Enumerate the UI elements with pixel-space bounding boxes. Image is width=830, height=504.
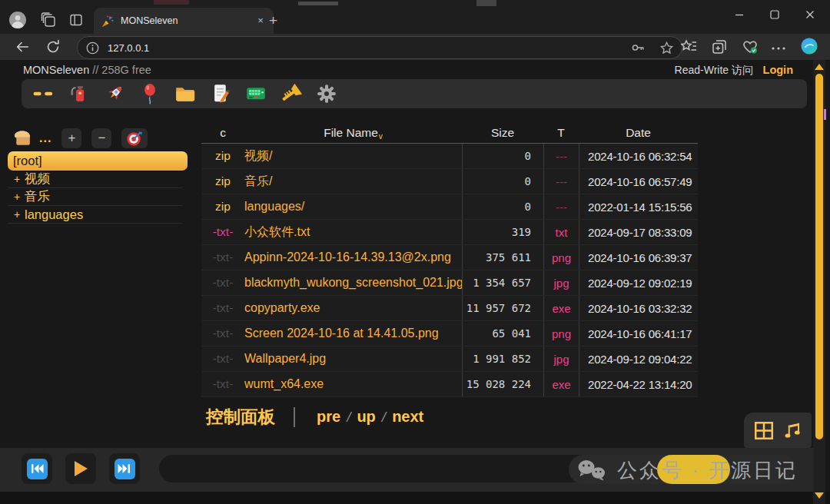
col-c[interactable]: c: [201, 123, 244, 143]
file-date: 2024-10-16 03:32:32: [579, 296, 698, 320]
music-notes-icon[interactable]: [784, 420, 802, 440]
rocket-icon[interactable]: [103, 82, 126, 105]
file-type: png: [543, 321, 579, 346]
tree-expand-toggle[interactable]: +: [14, 208, 25, 220]
nav-next[interactable]: next: [392, 408, 423, 426]
col-name[interactable]: File Namev: [244, 123, 462, 143]
folder-icon[interactable]: [174, 82, 197, 105]
scroll-up-icon[interactable]: [815, 64, 824, 70]
tree-expand-toggle[interactable]: +: [14, 191, 25, 203]
col-size[interactable]: Size: [462, 123, 543, 143]
row-action-link[interactable]: zip: [201, 194, 244, 219]
file-link[interactable]: 音乐/: [244, 169, 462, 194]
breadcrumb-dots[interactable]: ...: [39, 131, 51, 145]
tree-root-item[interactable]: [root]: [8, 151, 188, 171]
favorite-star-icon[interactable]: [659, 41, 674, 55]
wechat-icon: [576, 459, 607, 482]
window-minimize-button[interactable]: [722, 0, 756, 29]
col-date[interactable]: Date: [579, 123, 698, 143]
file-link[interactable]: 小众软件.txt: [244, 220, 462, 244]
file-link[interactable]: 视频/: [244, 144, 462, 168]
nav-up[interactable]: up: [357, 408, 375, 426]
url-text[interactable]: 127.0.0.1: [108, 42, 630, 54]
sidebar-tree-item[interactable]: +音乐: [8, 188, 182, 206]
workspaces-icon[interactable]: [40, 12, 57, 32]
file-link[interactable]: copyparty.exe: [244, 296, 462, 320]
tree-collapse-button[interactable]: −: [91, 128, 111, 148]
back-icon[interactable]: [14, 38, 31, 58]
balloon-icon[interactable]: [138, 82, 161, 105]
row-action-link[interactable]: -txt-: [201, 346, 244, 371]
pager-icon[interactable]: [244, 82, 267, 105]
row-action-link[interactable]: -txt-: [201, 372, 244, 396]
next-track-button[interactable]: [109, 453, 140, 484]
row-action-link[interactable]: zip: [201, 169, 244, 194]
file-link[interactable]: Screen 2024-10-16 at 14.41.05.png: [244, 321, 462, 346]
file-date: 2024-09-12 09:04:22: [579, 346, 698, 371]
server-name[interactable]: MONSeleven: [23, 64, 89, 76]
file-size: 11 957 672: [462, 296, 543, 320]
browser-essentials-icon[interactable]: [741, 38, 759, 59]
memo-icon[interactable]: [209, 82, 232, 105]
bread-icon[interactable]: [11, 127, 34, 150]
file-table: c File Namev Size T Date zip视频/0---2024-…: [201, 123, 698, 397]
control-panel-link[interactable]: 控制面板: [206, 405, 275, 429]
settings-menu-icon[interactable]: [771, 42, 786, 56]
dashes-icon[interactable]: [32, 82, 55, 105]
file-type: exe: [543, 296, 579, 320]
site-info-icon[interactable]: [85, 41, 100, 55]
file-link[interactable]: wumt_x64.exe: [244, 372, 462, 396]
scroll-down-icon[interactable]: [815, 492, 824, 499]
tree-label[interactable]: 视频: [25, 171, 50, 187]
row-action-link[interactable]: -txt-: [201, 245, 244, 270]
password-key-icon[interactable]: [630, 40, 646, 55]
previous-track-button[interactable]: [22, 453, 52, 484]
row-action-link[interactable]: zip: [201, 144, 244, 168]
collections-icon[interactable]: [711, 38, 728, 58]
row-action-link[interactable]: -txt-: [201, 220, 244, 244]
previous-track-icon: [27, 459, 48, 479]
grid-view-icon[interactable]: [753, 420, 775, 441]
window-close-button[interactable]: [793, 0, 827, 29]
fire-extinguisher-icon[interactable]: [68, 82, 91, 105]
sidebar-tree-item[interactable]: +视频: [8, 171, 182, 188]
window-maximize-button[interactable]: [758, 0, 792, 29]
login-link[interactable]: Login: [763, 64, 793, 76]
tab-close-icon[interactable]: ×: [254, 14, 267, 28]
scrollbar-thumb[interactable]: [815, 74, 823, 439]
file-link[interactable]: Wallpaper4.jpg: [244, 346, 462, 371]
profile-avatar[interactable]: [9, 12, 26, 28]
row-action-link[interactable]: -txt-: [201, 270, 244, 295]
table-row: ziplanguages/0---2022-01-14 15:15:56: [201, 194, 698, 220]
file-link[interactable]: Appinn-2024-10-16-14.39.13@2x.png: [244, 245, 462, 270]
address-bar[interactable]: 127.0.0.1: [77, 36, 682, 59]
table-row: zip视频/0---2024-10-16 06:32:54: [201, 144, 698, 169]
trumpet-icon[interactable]: [280, 82, 303, 105]
play-button[interactable]: [65, 453, 96, 484]
file-link[interactable]: blackmyth_wukong_screenshot_021.jpg: [244, 270, 462, 295]
copilot-icon[interactable]: [800, 37, 818, 58]
tree-expand-toggle[interactable]: +: [14, 173, 25, 185]
tree-expand-button[interactable]: +: [61, 128, 81, 148]
row-action-link[interactable]: -txt-: [201, 296, 244, 320]
browser-tab[interactable]: MONSeleven ×: [94, 8, 274, 34]
footer-nav: pre/up/next: [312, 408, 428, 426]
view-toggle-panel: [744, 413, 812, 448]
file-date: 2024-10-16 06:32:54: [579, 144, 698, 168]
new-tab-button[interactable]: +: [269, 12, 277, 29]
file-type: ---: [543, 194, 579, 219]
nav-pre[interactable]: pre: [317, 408, 340, 426]
tree-label[interactable]: 音乐: [25, 188, 50, 205]
tree-label[interactable]: languages: [25, 207, 83, 222]
file-link[interactable]: languages/: [244, 194, 462, 219]
favorites-bar-icon[interactable]: [679, 38, 698, 58]
table-row: -txt-wumt_x64.exe15 028 224exe2022-04-22…: [201, 372, 698, 397]
tab-actions-icon[interactable]: [68, 12, 84, 31]
refresh-icon[interactable]: [45, 38, 61, 58]
sidebar-tree-item[interactable]: +languages: [8, 206, 182, 224]
col-type[interactable]: T: [543, 123, 579, 143]
row-action-link[interactable]: -txt-: [201, 321, 244, 346]
file-date: 2022-01-14 15:15:56: [579, 194, 698, 219]
gear-icon[interactable]: [315, 82, 338, 105]
dart-icon[interactable]: [121, 128, 148, 148]
